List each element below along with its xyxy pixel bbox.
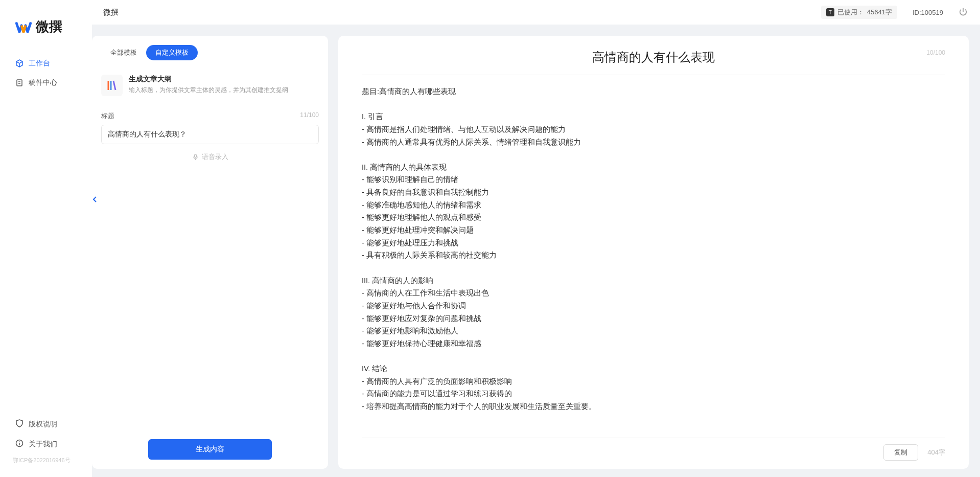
sidebar-item-label: 稿件中心 xyxy=(29,78,57,87)
form-label-row: 标题 11/100 xyxy=(101,111,319,121)
title-form: 标题 11/100 语音录入 xyxy=(92,105,328,170)
generate-button[interactable]: 生成内容 xyxy=(148,439,272,460)
usage-prefix: 已使用： xyxy=(837,8,864,17)
input-panel: 全部模板 自定义模板 生成文章大纲 输入标题，为你提供文章主体的灵感，并为其创建… xyxy=(92,36,328,469)
topbar-title: 微撰 xyxy=(103,8,119,17)
template-card: 生成文章大纲 输入标题，为你提供文章主体的灵感，并为其创建推文提纲 xyxy=(92,70,328,105)
copy-button[interactable]: 复制 xyxy=(883,444,918,461)
title-input[interactable] xyxy=(101,125,319,144)
sidebar-item-copyright[interactable]: 版权说明 xyxy=(8,414,84,434)
user-id: ID:100519 xyxy=(913,9,943,16)
word-count: 404字 xyxy=(927,448,945,457)
power-icon[interactable] xyxy=(959,7,969,17)
cube-icon xyxy=(15,59,24,67)
usage-badge[interactable]: T 已使用： 45641字 xyxy=(821,6,897,19)
info-icon xyxy=(15,439,24,449)
tab-all-templates[interactable]: 全部模板 xyxy=(101,45,146,60)
template-info: 生成文章大纲 输入标题，为你提供文章主体的灵感，并为其创建推文提纲 xyxy=(129,75,319,96)
svg-rect-0 xyxy=(17,80,22,86)
topbar-right: T 已使用： 45641字 ID:100519 xyxy=(821,6,969,19)
sidebar-collapse-button[interactable] xyxy=(92,189,98,210)
output-panel: 高情商的人有什么表现 10/100 题目:高情商的人有哪些表现 I. 引言 - … xyxy=(338,36,969,469)
output-body[interactable]: 题目:高情商的人有哪些表现 I. 引言 - 高情商是指人们处理情绪、与他人互动以… xyxy=(362,75,945,438)
output-title: 高情商的人有什么表现 xyxy=(592,49,715,65)
sidebar: 微撰 工作台 稿件中心 版权说明 xyxy=(0,0,92,477)
sidebar-item-about[interactable]: 关于我们 xyxy=(8,434,84,454)
sidebar-footer: 版权说明 关于我们 xyxy=(0,414,92,454)
template-icon xyxy=(101,75,123,96)
logo: 微撰 xyxy=(0,10,92,54)
app-root: 微撰 工作台 稿件中心 版权说明 xyxy=(0,0,980,477)
sidebar-item-workspace[interactable]: 工作台 xyxy=(8,54,84,73)
logo-text: 微撰 xyxy=(36,18,62,36)
main-area: 微撰 T 已使用： 45641字 ID:100519 全部模板 自定义模板 xyxy=(92,0,980,477)
doc-icon xyxy=(15,79,24,87)
icp-text: 鄂ICP备2022016946号 xyxy=(0,454,92,467)
form-label: 标题 xyxy=(101,111,114,121)
template-desc: 输入标题，为你提供文章主体的灵感，并为其创建推文提纲 xyxy=(129,86,319,95)
sidebar-nav: 工作台 稿件中心 xyxy=(0,54,92,414)
output-footer: 复制 404字 xyxy=(362,438,945,461)
sidebar-item-label: 版权说明 xyxy=(29,420,57,429)
topbar: 微撰 T 已使用： 45641字 ID:100519 xyxy=(92,0,980,25)
usage-value: 45641字 xyxy=(867,8,892,17)
sidebar-item-label: 工作台 xyxy=(29,59,50,68)
svg-rect-2 xyxy=(194,154,196,157)
template-tabs: 全部模板 自定义模板 xyxy=(92,45,328,70)
tab-custom-templates[interactable]: 自定义模板 xyxy=(146,45,198,60)
content-row: 全部模板 自定义模板 生成文章大纲 输入标题，为你提供文章主体的灵感，并为其创建… xyxy=(92,25,980,477)
voice-input-label: 语音录入 xyxy=(202,152,228,162)
output-header: 高情商的人有什么表现 10/100 xyxy=(362,49,945,75)
output-title-count: 10/100 xyxy=(926,49,945,56)
shield-icon xyxy=(15,419,24,429)
sidebar-item-label: 关于我们 xyxy=(29,440,57,449)
voice-input-button[interactable]: 语音录入 xyxy=(101,144,319,170)
logo-icon xyxy=(15,19,32,35)
spacer xyxy=(92,170,328,439)
text-count-icon: T xyxy=(826,8,834,16)
template-title: 生成文章大纲 xyxy=(129,75,319,84)
char-count: 11/100 xyxy=(300,111,319,121)
sidebar-item-drafts[interactable]: 稿件中心 xyxy=(8,73,84,93)
